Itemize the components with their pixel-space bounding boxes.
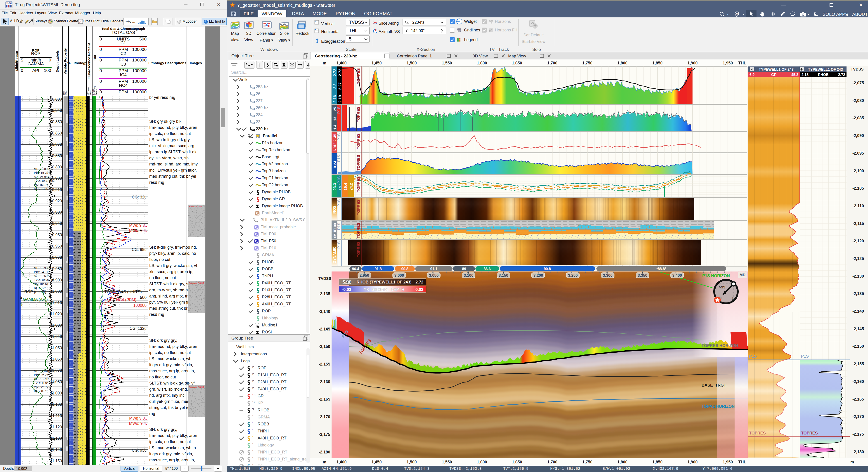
svg-text:TYPEWELL1 OF 243: TYPEWELL1 OF 243 <box>808 68 843 71</box>
svg-text:incl, 10%dull yel- grn fluor,: incl, 10%dull yel- grn fluor, <box>149 168 197 172</box>
svg-text:LS: wh tn lt gry drk gry,: LS: wh tn lt gry drk gry, <box>149 137 191 142</box>
svg-text:-2,105: -2,105 <box>852 186 864 191</box>
svg-text:Visible Porosity: Visible Porosity <box>63 48 67 74</box>
svg-text:Reservoir Fst CG 1064: Reservoir Fst CG 1064 <box>189 282 205 284</box>
svg-text:10,980: 10,980 <box>50 266 62 271</box>
svg-text:3,400: 3,400 <box>672 273 682 278</box>
svg-text:10,860: 10,860 <box>50 131 62 135</box>
svg-text:5: 5 <box>21 58 23 62</box>
svg-text:LS: mud-wacke stn, wh tn: LS: mud-wacke stn, wh tn <box>149 445 196 450</box>
svg-text:10,970: 10,970 <box>50 255 62 260</box>
svg-text:TOPRES: TOPRES <box>356 106 361 122</box>
svg-text:VS: 185.61': VS: 185.61' <box>34 282 49 285</box>
svg-text:P1S: P1S <box>337 176 341 184</box>
svg-text:3: 3 <box>732 296 734 301</box>
svg-text:Good: Good <box>65 90 68 95</box>
svg-text:10,850: 10,850 <box>50 120 62 124</box>
svg-text:25: 25 <box>333 107 337 111</box>
svg-text:Lithology Descriptions: Lithology Descriptions <box>148 61 186 65</box>
svg-text:11,090: 11,090 <box>50 391 62 396</box>
svg-text:TOPRES: TOPRES <box>356 199 361 215</box>
svg-text:% Lithology: % Lithology <box>67 61 87 65</box>
svg-text:P1S: P1S <box>337 155 341 162</box>
svg-text:gy, slt- vfgrn, w srt, sb: gy, slt- vfgrn, w srt, sb <box>149 156 189 160</box>
svg-text:mas-succ, arg ip, aren ip,: mas-succ, arg ip, aren ip, <box>149 369 195 373</box>
svg-text:C1-NC4 (PPM): C1-NC4 (PPM) <box>110 297 136 302</box>
svg-text:AZI: 19.59°: AZI: 19.59° <box>34 274 49 278</box>
svg-text:-2,180: -2,180 <box>319 450 330 454</box>
svg-text:m: m <box>323 460 327 464</box>
svg-text:-2,160: -2,160 <box>852 379 864 384</box>
svg-text:H: H <box>736 12 738 15</box>
svg-text:90.8: 90.8 <box>401 267 408 271</box>
svg-text:19.4: 19.4 <box>344 183 348 191</box>
svg-text:no fluor, no cut: no fluor, no cut <box>149 375 176 379</box>
svg-text:2.18: 2.18 <box>802 73 808 76</box>
svg-text:-2,170: -2,170 <box>319 415 330 419</box>
svg-text:10,840: 10,840 <box>50 108 62 113</box>
svg-text:11,010: 11,010 <box>50 301 62 305</box>
svg-text:-2,140: -2,140 <box>852 309 864 314</box>
svg-text:1,650: 1,650 <box>512 61 522 65</box>
svg-text:0.24: 0.24 <box>333 160 337 168</box>
svg-text:-2,085: -2,085 <box>852 116 864 120</box>
svg-text:IC4: IC4 <box>120 72 127 77</box>
svg-text:TOPRES: TOPRES <box>356 68 361 84</box>
svg-text:1,400: 1,400 <box>336 460 346 464</box>
svg-text:SH: drk gry gry,: SH: drk gry gry, <box>149 338 177 343</box>
svg-text:RHOB (TYPEWELL1 OF 243): RHOB (TYPEWELL1 OF 243) <box>356 280 411 284</box>
svg-text:MWi: 9.3..: MWi: 9.3.. <box>129 223 147 228</box>
svg-text:TOPRES: TOPRES <box>801 431 818 435</box>
svg-text:SLTST: wh lt-dk gy, slt- vf: SLTST: wh lt-dk gy, slt- vf <box>149 381 195 385</box>
svg-text:API: API <box>32 68 39 73</box>
svg-text:-2,140: -2,140 <box>319 309 330 314</box>
svg-text:>60%: >60% <box>89 90 91 95</box>
svg-text:CG: 32u: CG: 32u <box>132 195 147 199</box>
svg-text:0: 0 <box>20 303 22 307</box>
svg-text:10,940: 10,940 <box>50 221 62 226</box>
svg-text:MD: MD <box>740 273 745 277</box>
svg-text:11,000: 11,000 <box>50 289 62 294</box>
svg-text:1,450: 1,450 <box>371 460 381 464</box>
svg-text:10,880: 10,880 <box>50 154 62 158</box>
svg-text:-2,090: -2,090 <box>852 133 864 138</box>
svg-text:2.72: 2.72 <box>415 280 423 284</box>
svg-text:THL: THL <box>738 61 746 65</box>
svg-text:RHOB: RHOB <box>818 73 829 76</box>
svg-text:P1S: P1S <box>337 133 341 140</box>
svg-text:1,900: 1,900 <box>687 61 698 65</box>
svg-text:1,600: 1,600 <box>477 460 487 464</box>
svg-text:3,150: 3,150 <box>499 273 508 278</box>
svg-text:86.6: 86.6 <box>484 267 491 271</box>
svg-text:Correlation Panel 1: Correlation Panel 1 <box>397 54 432 58</box>
svg-text:0: 0 <box>21 68 23 73</box>
svg-text:-2,095: -2,095 <box>852 151 864 156</box>
svg-text:10,920: 10,920 <box>50 199 62 203</box>
svg-text:-2,145: -2,145 <box>319 327 330 332</box>
svg-text:DLS: 8.8°: DLS: 8.8° <box>34 389 46 392</box>
svg-text:-2,165: -2,165 <box>852 397 864 402</box>
svg-text:Depth Labels: Depth Labels <box>55 50 59 72</box>
svg-text:CG: 132u: CG: 132u <box>130 326 147 331</box>
svg-text:0: 0 <box>49 295 52 300</box>
svg-text:0: 0 <box>99 47 102 52</box>
svg-text:0.03: 0.03 <box>415 287 423 292</box>
svg-text:m: m <box>323 61 327 65</box>
svg-text:5: 5 <box>20 295 22 300</box>
svg-text:DLS: 13.27°: DLS: 13.27° <box>34 187 50 191</box>
svg-text:TVD: 10,960.85': TVD: 10,960.85' <box>34 278 55 281</box>
svg-text:45: 45 <box>333 134 337 138</box>
svg-text:rng: rng <box>149 411 155 416</box>
svg-text:INC: 24.31°: INC: 24.31° <box>34 270 49 274</box>
svg-text:LS: wh lt gry, wacke stn, vf: LS: wh lt gry, wacke stn, vf <box>149 263 197 268</box>
svg-text:rnd-rnd, sl hd, arg mtx, lmy: rnd-rnd, sl hd, arg mtx, lmy <box>149 162 198 166</box>
svg-text:Instant: Instant <box>95 89 97 95</box>
svg-text:MWi: 9.3..: MWi: 9.3.. <box>129 416 147 420</box>
svg-text:11,050: 11,050 <box>50 346 62 350</box>
svg-text:ang, sl hd, arg mtx, tr fd: ang, sl hd, arg mtx, tr fd <box>149 294 192 298</box>
svg-text:11,110: 11,110 <box>51 413 62 418</box>
svg-text:TVD: 10,876.83': TVD: 10,876.83' <box>34 179 55 182</box>
svg-text:ROP (min/ft): ROP (min/ft) <box>24 290 46 294</box>
svg-text:Map View: Map View <box>508 54 526 58</box>
svg-text:-2,155: -2,155 <box>852 362 864 366</box>
